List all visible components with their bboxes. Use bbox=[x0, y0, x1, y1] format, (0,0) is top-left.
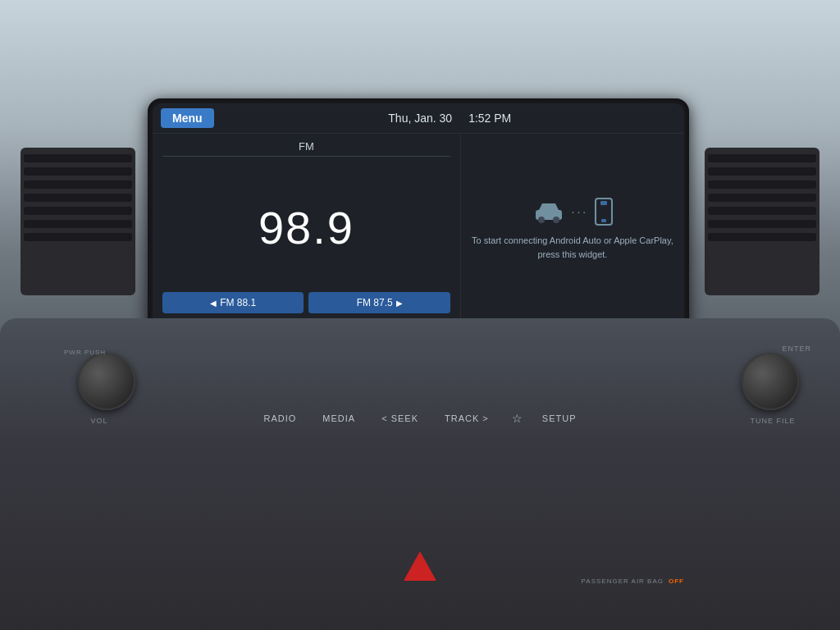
svg-point-1 bbox=[538, 217, 545, 223]
vent-slot bbox=[708, 154, 816, 162]
physical-controls: RADIO MEDIA < SEEK TRACK > ☆ SETUP bbox=[98, 386, 738, 451]
vent-slot bbox=[708, 207, 816, 215]
media-button[interactable]: MEDIA bbox=[309, 407, 368, 430]
connect-icons: ··· bbox=[532, 198, 614, 226]
arrow-right-icon: ▶ bbox=[396, 299, 403, 308]
setup-hw-label: SETUP bbox=[532, 407, 587, 430]
vent-slot bbox=[24, 194, 132, 202]
vent-slot bbox=[24, 207, 132, 215]
band-label: FM bbox=[162, 140, 450, 157]
preset2-label: FM 87.5 bbox=[357, 297, 393, 308]
frequency-display: 98.9 bbox=[162, 163, 450, 292]
favorite-button[interactable]: ☆ bbox=[502, 405, 532, 431]
vent-slot bbox=[708, 167, 816, 176]
main-content: FM 98.9 ◀ FM 88.1 FM 87.5 ▶ bbox=[153, 134, 684, 325]
pwr-label: PWR PUSH bbox=[64, 349, 106, 356]
connect-description: To start connecting Android Auto or Appl… bbox=[469, 234, 676, 261]
airbag-status: OFF bbox=[669, 578, 684, 585]
preset1-label: FM 88.1 bbox=[220, 297, 256, 308]
radio-button[interactable]: RADIO bbox=[251, 407, 310, 430]
airbag-label: PASSENGER AIR BAG bbox=[582, 578, 664, 585]
vent-slot bbox=[24, 233, 132, 241]
left-vent bbox=[21, 148, 135, 295]
radio-panel: FM 98.9 ◀ FM 88.1 FM 87.5 ▶ bbox=[153, 134, 461, 325]
menu-button[interactable]: Menu bbox=[161, 108, 214, 128]
right-vent bbox=[705, 148, 819, 295]
vent-slot bbox=[24, 220, 132, 228]
vent-slot bbox=[708, 194, 816, 202]
date-time-display: Thu, Jan. 30 1:52 PM bbox=[224, 112, 676, 125]
time-display: 1:52 PM bbox=[468, 112, 511, 125]
track-button[interactable]: TRACK > bbox=[431, 407, 502, 430]
vent-slot bbox=[24, 180, 132, 189]
svg-rect-4 bbox=[600, 201, 607, 205]
tune-knob[interactable] bbox=[742, 353, 799, 410]
vent-slot bbox=[708, 180, 816, 189]
vent-slot bbox=[24, 167, 132, 176]
preset-buttons: ◀ FM 88.1 FM 87.5 ▶ bbox=[162, 292, 450, 313]
car-icon bbox=[532, 200, 565, 223]
phone-icon bbox=[595, 198, 613, 226]
dots-icon: ··· bbox=[572, 205, 589, 218]
hazard-button[interactable] bbox=[404, 551, 436, 581]
seek-button[interactable]: < SEEK bbox=[368, 407, 431, 430]
tune-label: TUNE FILE bbox=[740, 417, 806, 425]
header-bar: Menu Thu, Jan. 30 1:52 PM bbox=[153, 103, 684, 134]
preset-next-button[interactable]: FM 87.5 ▶ bbox=[308, 292, 450, 313]
hazard-area bbox=[404, 551, 436, 581]
enter-label: ENTER bbox=[782, 345, 811, 353]
preset-prev-button[interactable]: ◀ FM 88.1 bbox=[162, 292, 304, 313]
arrow-left-icon: ◀ bbox=[210, 299, 217, 308]
airbag-indicator: PASSENGER AIR BAG OFF bbox=[582, 578, 684, 585]
connect-panel[interactable]: ··· To start connecting Android Auto or … bbox=[461, 134, 684, 325]
vent-slot bbox=[708, 220, 816, 228]
svg-rect-5 bbox=[601, 219, 606, 222]
vent-slot bbox=[708, 233, 816, 241]
svg-point-2 bbox=[553, 217, 559, 223]
vent-slot bbox=[24, 154, 132, 162]
date-display: Thu, Jan. 30 bbox=[388, 112, 452, 125]
